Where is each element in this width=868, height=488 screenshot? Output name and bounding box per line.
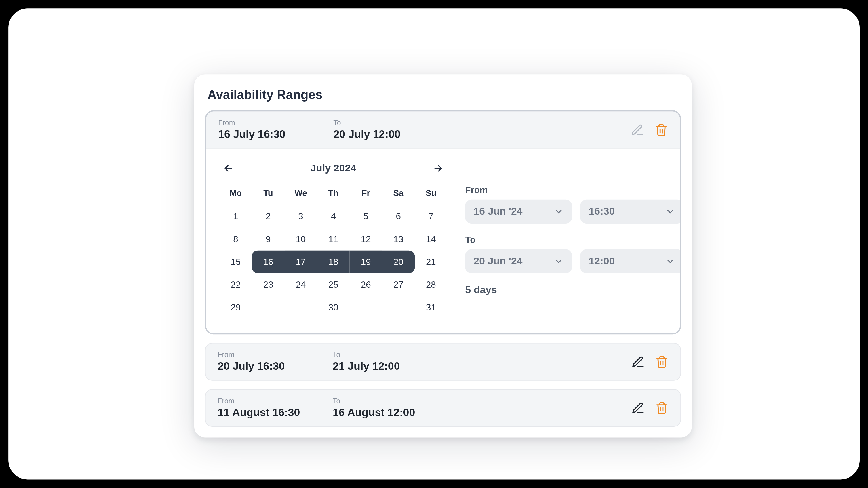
calendar-dow: Th bbox=[317, 185, 350, 205]
range-1-from: From 16 July 16:30 bbox=[218, 119, 314, 141]
from-value: 16 July 16:30 bbox=[218, 128, 314, 141]
calendar-day[interactable]: 2 bbox=[252, 205, 284, 228]
calendar-day[interactable]: 13 bbox=[382, 228, 415, 251]
calendar-day[interactable]: 29 bbox=[219, 296, 252, 319]
chevron-down-icon bbox=[665, 207, 675, 216]
calendar-day[interactable]: 27 bbox=[382, 273, 415, 296]
calendar-month-label: July 2024 bbox=[310, 162, 356, 174]
calendar-day[interactable]: 12 bbox=[350, 228, 382, 251]
calendar-dow: Sa bbox=[382, 185, 415, 205]
calendar-day[interactable]: 22 bbox=[219, 273, 252, 296]
calendar-day[interactable]: 8 bbox=[219, 228, 252, 251]
prev-month-button[interactable] bbox=[222, 162, 235, 175]
to-label: To bbox=[333, 397, 429, 405]
calendar-day[interactable]: 4 bbox=[317, 205, 350, 228]
from-value: 11 August 16:30 bbox=[218, 406, 313, 419]
range-1-editor: July 2024 MoTuWeThFrSaSu1234567891011121… bbox=[206, 149, 680, 333]
duration-label: 5 days bbox=[465, 284, 681, 296]
calendar-day[interactable]: 31 bbox=[415, 296, 447, 319]
calendar-day[interactable]: 15 bbox=[219, 251, 252, 273]
calendar-dow: Fr bbox=[350, 185, 382, 205]
range-3-row[interactable]: From 11 August 16:30 To 16 August 12:00 bbox=[205, 389, 681, 427]
calendar-dow: Su bbox=[415, 185, 447, 205]
calendar-day[interactable]: 1 bbox=[219, 205, 252, 228]
to-value: 16 August 12:00 bbox=[333, 406, 429, 419]
picker-from-label: From bbox=[465, 185, 681, 195]
from-value: 20 July 16:30 bbox=[218, 360, 313, 373]
delete-icon[interactable] bbox=[655, 123, 668, 136]
to-value: 20 July 12:00 bbox=[333, 128, 429, 141]
calendar-day[interactable]: 9 bbox=[252, 228, 284, 251]
next-month-button[interactable] bbox=[432, 162, 445, 175]
calendar-day[interactable]: 23 bbox=[252, 273, 284, 296]
calendar-day[interactable]: 5 bbox=[350, 205, 382, 228]
calendar-day[interactable]: 25 bbox=[317, 273, 350, 296]
calendar-day[interactable]: 18 bbox=[317, 251, 350, 273]
calendar-dow: We bbox=[285, 185, 317, 205]
calendar-day[interactable]: 24 bbox=[285, 273, 317, 296]
to-label: To bbox=[333, 351, 429, 359]
calendar-day[interactable]: 17 bbox=[285, 251, 317, 273]
from-date-value: 16 Jun '24 bbox=[474, 205, 523, 218]
calendar-day[interactable]: 7 bbox=[415, 205, 447, 228]
from-label: From bbox=[218, 351, 313, 359]
range-1-expanded: From 16 July 16:30 To 20 July 12:00 bbox=[205, 110, 681, 334]
edit-icon[interactable] bbox=[630, 123, 644, 136]
calendar-day[interactable]: 11 bbox=[317, 228, 350, 251]
chevron-down-icon bbox=[665, 257, 675, 266]
from-label: From bbox=[218, 119, 314, 127]
edit-icon[interactable] bbox=[631, 355, 644, 368]
from-date-select[interactable]: 16 Jun '24 bbox=[465, 200, 572, 224]
to-time-value: 12:00 bbox=[589, 255, 615, 267]
calendar-day[interactable]: 30 bbox=[317, 296, 350, 319]
calendar-day[interactable]: 26 bbox=[350, 273, 382, 296]
from-time-select[interactable]: 16:30 bbox=[580, 200, 681, 224]
calendar-day[interactable]: 19 bbox=[350, 251, 382, 273]
range-1-to: To 20 July 12:00 bbox=[333, 119, 429, 141]
chevron-down-icon bbox=[554, 257, 563, 266]
datetime-pickers: From 16 Jun '24 16:30 To bbox=[465, 162, 681, 319]
to-time-select[interactable]: 12:00 bbox=[580, 250, 681, 273]
calendar-day[interactable]: 10 bbox=[285, 228, 317, 251]
picker-to-label: To bbox=[465, 234, 681, 244]
to-value: 21 July 12:00 bbox=[333, 360, 429, 373]
calendar-day[interactable]: 6 bbox=[382, 205, 415, 228]
range-2-row[interactable]: From 20 July 16:30 To 21 July 12:00 bbox=[205, 343, 681, 380]
calendar-dow: Mo bbox=[219, 185, 252, 205]
card-title: Availability Ranges bbox=[205, 88, 681, 102]
calendar-day[interactable]: 3 bbox=[285, 205, 317, 228]
calendar-day[interactable]: 21 bbox=[415, 251, 447, 273]
to-date-select[interactable]: 20 Jun '24 bbox=[465, 250, 572, 273]
calendar-day[interactable]: 14 bbox=[415, 228, 447, 251]
calendar-day[interactable]: 28 bbox=[415, 273, 447, 296]
calendar-day[interactable]: 16 bbox=[252, 251, 284, 273]
calendar-day[interactable]: 20 bbox=[382, 251, 415, 273]
calendar: July 2024 MoTuWeThFrSaSu1234567891011121… bbox=[219, 162, 447, 319]
from-label: From bbox=[218, 397, 313, 405]
chevron-down-icon bbox=[554, 207, 563, 216]
edit-icon[interactable] bbox=[631, 401, 644, 415]
delete-icon[interactable] bbox=[655, 401, 669, 415]
from-time-value: 16:30 bbox=[589, 205, 615, 218]
availability-ranges-card: Availability Ranges From 16 July 16:30 T… bbox=[194, 74, 692, 437]
to-label: To bbox=[333, 119, 429, 127]
calendar-dow: Tu bbox=[252, 185, 284, 205]
range-1-header: From 16 July 16:30 To 20 July 12:00 bbox=[206, 111, 680, 149]
delete-icon[interactable] bbox=[655, 355, 669, 368]
to-date-value: 20 Jun '24 bbox=[474, 255, 523, 267]
